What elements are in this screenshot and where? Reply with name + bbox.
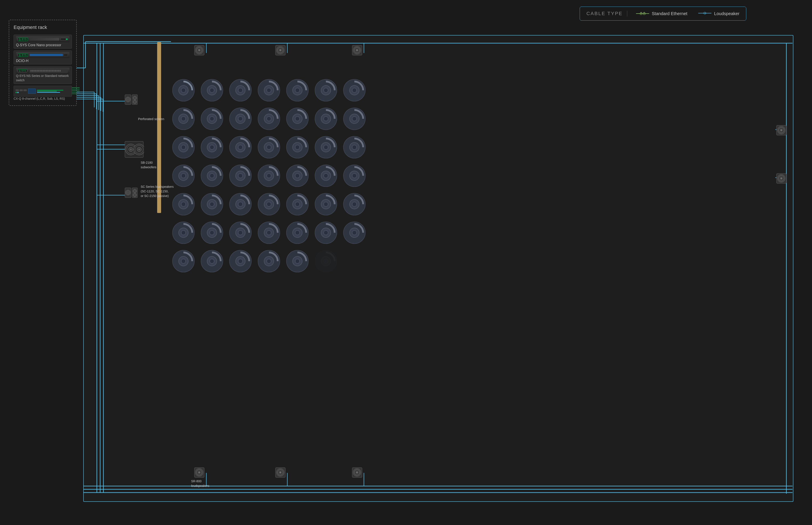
speaker-wire-icon — [698, 11, 711, 16]
speaker-cable-type: Loudspeaker — [698, 11, 739, 16]
ceiling-speaker-grid — [171, 78, 370, 276]
ceiling-spk-7-2 — [200, 249, 227, 276]
qsys-logo-dcio: Q-SYS — [18, 54, 28, 57]
svg-point-134 — [267, 117, 271, 121]
svg-rect-2 — [641, 12, 642, 13]
ceiling-spk-1-3 — [228, 78, 256, 106]
ceiling-spk-4-5 — [285, 164, 313, 191]
ethernet-label: Standard Ethernet — [652, 11, 687, 16]
svg-point-104 — [181, 88, 186, 92]
equipment-rack: Equipment rack Q-SYS Q-SYS Core Nano pro… — [9, 20, 77, 106]
svg-point-39 — [199, 50, 200, 50]
svg-point-92 — [138, 149, 140, 150]
svg-point-161 — [324, 145, 328, 149]
svg-point-122 — [352, 88, 357, 92]
ceiling-spk-5-2 — [200, 192, 227, 220]
svg-point-149 — [210, 145, 214, 149]
ceiling-spk-4-7 — [342, 164, 370, 191]
svg-point-49 — [357, 50, 358, 50]
core-led — [66, 38, 68, 40]
ns-ports — [30, 69, 68, 73]
sc-series-label-container: SC Series loudspeakers (SC-1120, SC-1150… — [141, 184, 174, 198]
top-speaker-2 — [274, 44, 286, 57]
bottom-speaker-3 — [351, 466, 363, 479]
svg-point-101 — [134, 194, 136, 196]
bottom-speaker-1 — [193, 466, 205, 479]
ceiling-spk-6-2 — [200, 221, 227, 248]
svg-point-242 — [295, 259, 300, 264]
ceiling-spk-6-7 — [342, 221, 370, 248]
ceiling-spk-2-7 — [342, 107, 370, 134]
page-background: CABLE TYPE Sta — [0, 0, 812, 525]
svg-point-164 — [352, 145, 357, 149]
ceiling-spk-2-3 — [228, 107, 256, 134]
ceiling-spk-1-1 — [171, 78, 199, 106]
cxq-device-container: CX-Q 8-channel (L,C,R, Sub, LS, RS) — [14, 86, 72, 101]
svg-point-215 — [238, 230, 243, 235]
svg-point-74 — [357, 472, 358, 473]
ceiling-spk-4-2 — [200, 164, 227, 191]
ceiling-spk-2-1 — [171, 107, 199, 134]
ceiling-spk-4-4 — [257, 164, 284, 191]
qsys-core-device: Q-SYS Q-SYS Core Nano processor — [14, 35, 72, 49]
screen-label: Perforated screen — [138, 117, 164, 121]
ethernet-cable-type: Standard Ethernet — [636, 11, 687, 16]
svg-point-245 — [324, 259, 328, 264]
svg-point-119 — [324, 88, 328, 92]
sc-speaker-2-subwoofer — [124, 141, 144, 159]
svg-point-233 — [210, 259, 214, 264]
ceiling-spk-5-6 — [314, 192, 341, 220]
svg-point-185 — [352, 174, 357, 178]
ceiling-spk-5-7 — [342, 192, 370, 220]
svg-point-44 — [280, 50, 281, 50]
ceiling-spk-5-5 — [285, 192, 313, 220]
svg-point-155 — [267, 145, 271, 149]
svg-point-99 — [134, 190, 136, 192]
svg-point-113 — [267, 88, 271, 92]
svg-point-191 — [210, 202, 214, 206]
svg-point-200 — [295, 202, 300, 206]
ceiling-spk-4-3 — [228, 164, 256, 191]
svg-point-197 — [267, 202, 271, 206]
svg-point-152 — [238, 145, 243, 149]
svg-point-182 — [324, 174, 328, 178]
svg-point-88 — [130, 149, 132, 150]
ceiling-spk-6-1 — [171, 221, 199, 248]
svg-point-221 — [295, 230, 300, 235]
ceiling-spk-6-3 — [228, 221, 256, 248]
ethernet-icon — [636, 11, 649, 16]
ns-label: Q-SYS NS Series or Standard network swit… — [16, 74, 70, 82]
sr800-text: SR-800 loudspeakers — [191, 479, 209, 487]
ceiling-spk-3-5 — [285, 135, 313, 163]
cable-legend: CABLE TYPE Sta — [580, 6, 746, 20]
svg-point-54 — [781, 130, 782, 131]
svg-point-64 — [199, 472, 200, 473]
ceiling-spk-7-4 — [257, 249, 284, 276]
svg-point-128 — [210, 117, 214, 121]
svg-point-230 — [181, 259, 186, 264]
svg-point-116 — [295, 88, 300, 92]
svg-point-125 — [181, 117, 186, 121]
qsys-logo-core: Q-SYS — [18, 38, 28, 41]
cxq-device — [14, 86, 72, 96]
core-label: Q-SYS Core Nano processor — [16, 43, 70, 47]
sc-speaker-1 — [124, 93, 138, 106]
qsys-logo-ns: Q-SYS — [18, 69, 27, 72]
subwoofer-label-container: SB-2180 subwoofers — [141, 160, 156, 169]
svg-point-158 — [295, 145, 300, 149]
svg-point-179 — [295, 174, 300, 178]
ceiling-spk-7-3 — [228, 249, 256, 276]
ceiling-spk-2-2 — [200, 107, 227, 134]
ceiling-spk-6-4 — [257, 221, 284, 248]
ceiling-spk-3-6 — [314, 135, 341, 163]
right-speaker-1 — [776, 124, 787, 137]
ceiling-spk-3-7 — [342, 135, 370, 163]
sr800-label: SR-800 loudspeakers — [191, 479, 209, 488]
ceiling-spk-1-7 — [342, 78, 370, 106]
svg-point-188 — [181, 202, 186, 206]
svg-point-194 — [238, 202, 243, 206]
ceiling-spk-3-4 — [257, 135, 284, 163]
ceiling-spk-5-4 — [257, 192, 284, 220]
legend-title: CABLE TYPE — [586, 11, 627, 16]
top-speaker-3 — [351, 44, 363, 57]
